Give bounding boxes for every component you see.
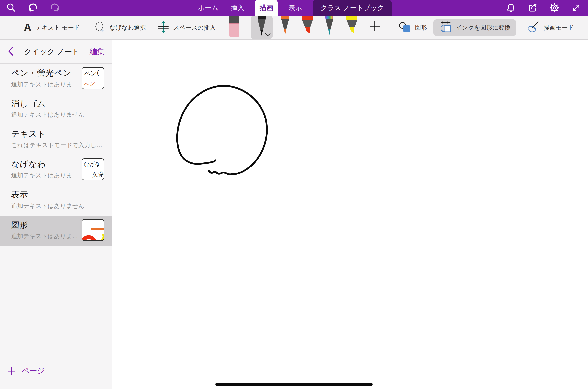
- shapes-icon: [399, 22, 411, 34]
- lasso-select-button[interactable]: なげなわ選択: [94, 21, 146, 34]
- page-row-view[interactable]: 表示 追加テキストはありません: [0, 185, 112, 216]
- sidebar-footer: ページ: [0, 360, 112, 389]
- drawing-canvas[interactable]: [112, 40, 588, 389]
- edit-button[interactable]: 編集: [90, 47, 105, 57]
- red-highlighter-tool[interactable]: [301, 16, 313, 37]
- plus-icon: [7, 367, 16, 375]
- galaxy-pen-tool[interactable]: [324, 16, 335, 37]
- add-pen-button[interactable]: [369, 20, 381, 33]
- lasso-icon: [94, 21, 105, 34]
- shapes-button[interactable]: 図形: [399, 22, 427, 34]
- topbar-right-group: [483, 0, 588, 16]
- tab-draw[interactable]: 描画: [255, 0, 278, 16]
- home-indicator[interactable]: [215, 383, 373, 386]
- tab-insert[interactable]: 挿入: [229, 0, 246, 16]
- page-thumbnail: なげな 久章: [82, 158, 104, 180]
- tab-home[interactable]: ホーム: [196, 0, 220, 16]
- draw-mode-button[interactable]: 描画モード: [527, 21, 574, 34]
- draw-mode-hand-pen-icon: [527, 21, 540, 34]
- ribbon-tabs: ホーム 挿入 描画 表示 クラス ノートブック: [105, 0, 483, 16]
- text-mode-button[interactable]: A テキスト モード: [24, 22, 80, 33]
- redo-icon: [49, 2, 60, 13]
- insert-space-button[interactable]: スペースの挿入: [158, 21, 216, 35]
- share-icon[interactable]: [527, 3, 538, 13]
- onenote-app: ホーム 挿入 描画 表示 クラス ノートブック: [0, 0, 588, 389]
- undo-icon[interactable]: [27, 2, 38, 13]
- notifications-bell-icon[interactable]: [506, 3, 516, 13]
- text-mode-a-icon: A: [24, 22, 32, 33]
- convert-ink-icon: [439, 21, 452, 34]
- page-list: ペン・蛍光ペン 追加テキストはありま… ペン( ペン 消しゴム 追加テキストはあ…: [0, 64, 112, 360]
- tab-view[interactable]: 表示: [287, 0, 303, 16]
- yellow-highlighter-tool[interactable]: [346, 16, 358, 37]
- page-thumbnail: ペン( ペン: [82, 67, 104, 89]
- app-body: クイック ノート 編集 ペン・蛍光ペン 追加テキストはありま… ペン( ペン 消…: [0, 40, 588, 389]
- orange-pen-tool[interactable]: [280, 16, 291, 37]
- fullscreen-expand-icon[interactable]: [571, 3, 581, 13]
- page-row-text[interactable]: テキスト これはテキストモードで入力し…: [0, 124, 112, 155]
- black-pen-tool-selected[interactable]: [251, 16, 273, 39]
- page-row-pen-highlighter[interactable]: ペン・蛍光ペン 追加テキストはありま… ペン( ペン: [0, 64, 112, 94]
- settings-gear-icon[interactable]: [549, 3, 560, 13]
- top-app-bar: ホーム 挿入 描画 表示 クラス ノートブック: [0, 0, 588, 16]
- search-icon[interactable]: [6, 3, 16, 13]
- insert-space-icon: [158, 21, 169, 35]
- page-row-lasso[interactable]: なげなわ 追加テキストはありま… なげな 久章: [0, 155, 112, 185]
- page-thumbnail: [82, 219, 104, 241]
- tab-class-notebook[interactable]: クラス ノートブック: [313, 0, 392, 16]
- topbar-left-group: [0, 0, 105, 16]
- page-row-eraser[interactable]: 消しゴム 追加テキストはありません: [0, 94, 112, 124]
- sidebar-header: クイック ノート 編集: [0, 40, 112, 64]
- eraser-tool[interactable]: [229, 16, 240, 39]
- draw-toolbar: A テキスト モード なげなわ選択 スペースの挿入: [0, 16, 588, 40]
- page-row-shapes-selected[interactable]: 図形 追加テキストはありま…: [0, 216, 112, 246]
- notebook-section-title: クイック ノート: [14, 47, 90, 57]
- toolbar-divider: [388, 20, 388, 35]
- convert-ink-to-shape-button[interactable]: インクを図形に変換: [433, 19, 516, 36]
- pen-rail: [229, 16, 381, 40]
- back-chevron-icon[interactable]: [7, 46, 14, 57]
- add-page-button[interactable]: ページ: [7, 366, 45, 376]
- chevron-down-icon[interactable]: [265, 33, 271, 37]
- ink-stroke-circle: [112, 40, 588, 389]
- toolbar-divider: [223, 20, 223, 35]
- page-list-sidebar: クイック ノート 編集 ペン・蛍光ペン 追加テキストはありま… ペン( ペン 消…: [0, 40, 112, 389]
